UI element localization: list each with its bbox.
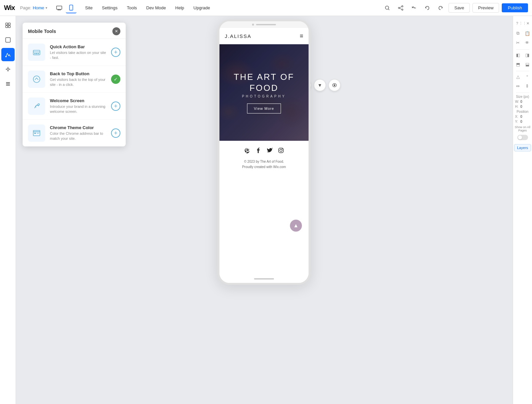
rp-y-value[interactable]: 0 [520, 120, 522, 123]
rp-align-left-icon[interactable]: ◧ [514, 51, 522, 59]
svg-point-36 [33, 76, 40, 83]
chrome-theme-name: Chrome Theme Color [50, 125, 106, 130]
right-panel: ? ⋮⋮ ✕ ⧉ 📋 ✂ 👁 ◧ ◨ ⬒ ⬓ △ ° ⇔ ⇕ Size (px)… [513, 16, 532, 404]
zoom-button[interactable] [409, 3, 419, 13]
back-to-top-name: Back to Top Button [50, 71, 106, 76]
rp-view-icon[interactable]: 👁 [523, 39, 531, 47]
rp-height-field: H: 0 [513, 104, 532, 109]
rp-w-label: W: [515, 100, 520, 103]
svg-point-9 [402, 6, 403, 7]
nav-settings[interactable]: Settings [97, 0, 122, 16]
canvas: Mobile Tools ✕ Quick Action Bar Let visi… [16, 16, 512, 404]
rp-flip-h-icon[interactable]: ⇔ [514, 82, 522, 90]
close-mobile-tools-button[interactable]: ✕ [112, 27, 120, 35]
back-to-top-enabled-button[interactable]: ✓ [111, 75, 120, 84]
svg-rect-41 [37, 133, 39, 134]
rp-icon-grid-2: ◧ ◨ ⬒ ⬓ [513, 51, 532, 68]
hero-subtitle: PHOTOGRAPHY [234, 95, 294, 98]
quick-action-bar-action[interactable]: + [111, 48, 120, 57]
svg-rect-20 [8, 26, 10, 28]
view-more-button[interactable]: View More [247, 103, 281, 113]
rp-align-right-icon[interactable]: ◨ [523, 51, 531, 59]
layers-button[interactable]: Layers [514, 144, 531, 151]
rp-x-value[interactable]: 0 [520, 115, 522, 118]
publish-button[interactable]: Publish [502, 3, 528, 12]
back-to-top-action[interactable]: ✓ [111, 75, 120, 84]
rp-cut-icon[interactable]: ✂ [514, 39, 522, 47]
grid-view-button[interactable]: ⋮⋮ [519, 20, 526, 27]
welcome-screen-desc: Introduce your brand in a stunning welco… [50, 104, 106, 114]
hamburger-menu[interactable]: ≡ [300, 33, 303, 40]
rp-align-top-icon[interactable]: ⬒ [514, 60, 522, 68]
welcome-screen-name: Welcome Screen [50, 98, 106, 103]
topbar-nav: Site Settings Tools Dev Mode Help Upgrad… [80, 0, 382, 16]
rp-triangle-icon[interactable]: △ [514, 73, 522, 81]
quick-action-bar-item: Quick Action Bar Let visitors take actio… [23, 39, 126, 66]
svg-point-22 [5, 56, 7, 57]
rp-w-value[interactable]: 0 [520, 100, 522, 103]
sidebar-layers-icon[interactable] [1, 77, 15, 91]
visibility-button[interactable] [329, 79, 340, 91]
share-button[interactable] [395, 3, 406, 13]
svg-rect-40 [34, 133, 36, 134]
nav-devmode[interactable]: Dev Mode [142, 0, 171, 16]
svg-rect-30 [6, 85, 10, 86]
hero-overlay: THE ART OFFOOD PHOTOGRAPHY View More [219, 44, 309, 141]
svg-point-10 [402, 9, 403, 10]
save-button[interactable]: Save [449, 3, 470, 13]
rp-h-value[interactable]: 0 [520, 105, 522, 108]
svg-line-7 [388, 9, 389, 10]
sidebar-apps-icon[interactable] [1, 63, 15, 76]
sidebar-elements-icon[interactable] [1, 33, 15, 47]
back-to-top-fab[interactable]: ▲ [290, 220, 302, 232]
rp-y-label: Y: [515, 120, 520, 123]
welcome-screen-info: Welcome Screen Introduce your brand in a… [50, 98, 106, 114]
pinterest-icon[interactable] [244, 147, 250, 155]
chrome-theme-action[interactable]: + [111, 128, 120, 138]
quick-action-bar-add-button[interactable]: + [111, 48, 120, 57]
show-on-all-pages-toggle[interactable] [517, 135, 528, 140]
undo-button[interactable] [422, 3, 433, 13]
site-logo: J.ALISSA [225, 33, 251, 39]
move-down-button[interactable]: ▼ [314, 79, 326, 91]
rp-align-bottom-icon[interactable]: ⬓ [523, 60, 531, 68]
rp-paste-icon[interactable]: 📋 [523, 29, 531, 37]
welcome-screen-add-button[interactable]: + [111, 101, 120, 111]
rp-icon-grid-1: ⧉ 📋 ✂ 👁 [513, 29, 532, 47]
svg-point-43 [334, 85, 335, 86]
mobile-tools-panel: Mobile Tools ✕ Quick Action Bar Let visi… [23, 23, 126, 146]
nav-tools[interactable]: Tools [122, 0, 141, 16]
rp-divider-3 [516, 93, 529, 93]
nav-site[interactable]: Site [80, 0, 97, 16]
welcome-screen-action[interactable]: + [111, 101, 120, 111]
redo-button[interactable] [435, 3, 446, 13]
nav-upgrade[interactable]: Upgrade [189, 0, 215, 16]
instagram-icon[interactable] [278, 147, 284, 155]
svg-point-46 [282, 149, 283, 149]
twitter-icon[interactable] [267, 147, 273, 155]
rp-width-field: W: 0 [513, 99, 532, 104]
close-right-panel-button[interactable]: ✕ [526, 20, 530, 27]
chrome-theme-add-button[interactable]: + [111, 128, 120, 138]
page-selector[interactable]: Page: Home ▾ [20, 5, 47, 10]
footer-copy: © 2023 by The Art of Food. Proudly creat… [225, 159, 303, 170]
preview-button[interactable]: Preview [472, 3, 499, 13]
sidebar-design-icon[interactable] [1, 48, 15, 61]
desktop-view-button[interactable] [54, 3, 65, 13]
home-bar [254, 278, 274, 280]
welcome-screen-icon [28, 98, 45, 115]
facebook-icon[interactable] [255, 147, 261, 155]
nav-help[interactable]: Help [171, 0, 189, 16]
topbar-actions: Save Preview Publish [382, 3, 528, 13]
back-to-top-desc: Get visitors back to the top of your sit… [50, 77, 106, 88]
sidebar-pages-icon[interactable] [1, 19, 15, 32]
mobile-view-button[interactable] [66, 3, 76, 13]
svg-rect-21 [6, 38, 10, 42]
right-panel-header: ? ⋮⋮ ✕ [513, 19, 532, 28]
svg-rect-17 [6, 23, 8, 25]
rp-angle-icon[interactable]: ° [523, 73, 531, 81]
show-on-all-pages-label: Show on AllPages [514, 124, 531, 133]
rp-flip-v-icon[interactable]: ⇕ [523, 82, 531, 90]
search-button[interactable] [382, 3, 393, 13]
rp-copy-icon[interactable]: ⧉ [514, 29, 522, 37]
